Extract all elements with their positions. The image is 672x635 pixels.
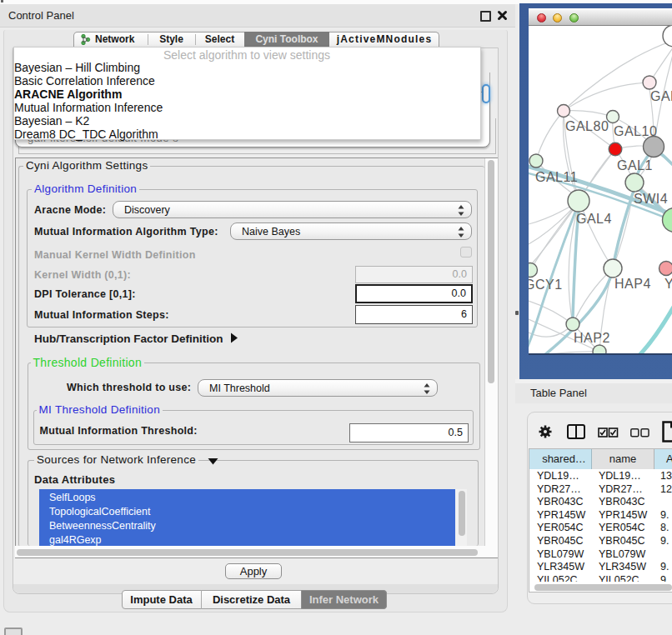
svg-text:GAL2: GAL2 <box>650 89 672 103</box>
svg-text:GAL11: GAL11 <box>535 170 578 184</box>
svg-text:YM: YM <box>664 277 672 291</box>
svg-text:GCY1: GCY1 <box>529 278 563 292</box>
svg-text:HAP4: HAP4 <box>614 277 651 291</box>
svg-text:HAP2: HAP2 <box>574 331 610 345</box>
svg-text:GAL4: GAL4 <box>576 212 612 226</box>
svg-text:GAL80: GAL80 <box>565 119 609 133</box>
svg-text:GAL10: GAL10 <box>614 124 657 138</box>
svg-text:SWI4: SWI4 <box>634 192 668 206</box>
svg-text:GAL1: GAL1 <box>617 158 653 172</box>
